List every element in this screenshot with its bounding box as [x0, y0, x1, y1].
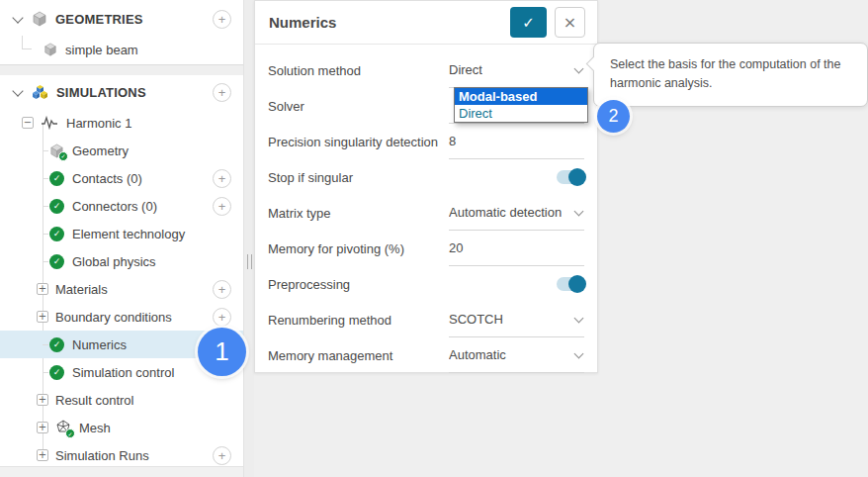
- simulation-control-label: Simulation control: [72, 365, 174, 380]
- add-simulation-run-button[interactable]: +: [213, 446, 231, 465]
- chevron-down-icon: [12, 12, 23, 23]
- toggle-knob: [568, 275, 586, 293]
- tooltip-text: Select the basis for the computation of …: [610, 57, 840, 90]
- precision-singularity-input[interactable]: [449, 134, 584, 148]
- sidebar-resize-gutter[interactable]: [244, 0, 254, 477]
- expand-expander[interactable]: +: [37, 422, 48, 433]
- contacts-label: Contacts (0): [72, 171, 142, 186]
- success-check-icon: ✓: [58, 151, 68, 161]
- success-check-icon: ✓: [49, 254, 64, 269]
- panel-title: Numerics: [269, 14, 510, 31]
- dropdown-option-direct[interactable]: Direct: [455, 105, 587, 122]
- connectors-label: Connectors (0): [72, 199, 157, 214]
- success-check-icon: ✓: [49, 365, 64, 380]
- tree-item-materials[interactable]: + Materials +: [0, 275, 243, 303]
- scene-tree-sidebar: GEOMETRIES + simple beam SIMULATIONS +: [0, 0, 244, 477]
- renumbering-method-value: SCOTCH: [449, 312, 503, 327]
- memory-management-label: Memory management: [268, 348, 449, 363]
- boundary-conditions-label: Boundary conditions: [55, 310, 172, 325]
- matrix-type-select[interactable]: Automatic detection: [449, 195, 584, 231]
- precision-singularity-label: Precision singularity detection: [268, 135, 449, 149]
- geometries-section: GEOMETRIES + simple beam: [0, 0, 243, 65]
- mesh-icon: ✓: [55, 420, 71, 435]
- solution-method-dropdown-list: Modal-based Direct: [454, 87, 588, 123]
- stop-if-singular-toggle[interactable]: [557, 170, 584, 184]
- result-control-label: Result control: [55, 393, 133, 408]
- add-geometry-button[interactable]: +: [213, 10, 231, 29]
- stop-if-singular-label: Stop if singular: [268, 170, 449, 185]
- preprocessing-toggle[interactable]: [557, 277, 584, 291]
- matrix-type-label: Matrix type: [268, 206, 449, 221]
- close-button[interactable]: ×: [555, 7, 585, 38]
- dropdown-option-modal-based[interactable]: Modal-based: [455, 88, 587, 105]
- resize-grip-icon[interactable]: [247, 254, 252, 269]
- apply-button[interactable]: ✓: [510, 7, 547, 38]
- success-check-icon: ✓: [49, 337, 64, 352]
- memory-management-value: Automatic: [449, 347, 506, 362]
- simulations-cubes-icon: [32, 84, 48, 100]
- success-check-icon: ✓: [49, 199, 64, 214]
- materials-label: Materials: [55, 282, 108, 297]
- geometry-label: Geometry: [72, 143, 129, 158]
- tree-item-element-technology[interactable]: ✓ Element technology: [0, 220, 243, 247]
- form-row-precision-singularity: Precision singularity detection: [255, 124, 597, 159]
- preprocessing-label: Preprocessing: [268, 277, 449, 292]
- chevron-down-icon: [574, 348, 584, 358]
- renumbering-method-label: Renumbering method: [268, 313, 449, 328]
- harmonic-waveform-icon: [41, 116, 58, 130]
- tree-connector: [22, 36, 32, 49]
- solution-method-value: Direct: [449, 62, 482, 77]
- stop-if-singular-control: [449, 159, 584, 195]
- form-row-memory-management: Memory management Automatic: [255, 337, 597, 373]
- simple-beam-label: simple beam: [65, 43, 138, 57]
- solution-method-label: Solution method: [268, 63, 449, 78]
- simulations-label: SIMULATIONS: [56, 85, 146, 100]
- tree-section-geometries[interactable]: GEOMETRIES +: [0, 2, 243, 36]
- tree-item-simulation-runs[interactable]: + Simulation Runs +: [0, 441, 243, 469]
- tree-item-geometry[interactable]: ✓ Geometry: [0, 137, 243, 164]
- expand-expander[interactable]: +: [37, 394, 48, 406]
- section-divider: [0, 65, 243, 75]
- add-connector-button[interactable]: +: [213, 197, 231, 216]
- add-material-button[interactable]: +: [213, 280, 231, 299]
- add-contact-button[interactable]: +: [213, 169, 231, 188]
- expand-expander[interactable]: +: [37, 311, 48, 323]
- memory-for-pivoting-label: Memory for pivoting (%): [268, 241, 449, 256]
- tree-item-connectors[interactable]: ✓ Connectors (0) +: [0, 192, 243, 220]
- expand-expander[interactable]: +: [37, 449, 48, 461]
- memory-for-pivoting-input[interactable]: [449, 240, 584, 255]
- harmonic-1-label: Harmonic 1: [66, 116, 131, 131]
- memory-management-select[interactable]: Automatic: [449, 337, 584, 373]
- renumbering-method-select[interactable]: SCOTCH: [449, 302, 584, 337]
- form-row-preprocessing: Preprocessing: [255, 266, 597, 302]
- tree-item-boundary-conditions[interactable]: + Boundary conditions +: [0, 303, 243, 331]
- chevron-down-icon: [574, 313, 584, 323]
- chevron-down-icon: [574, 206, 584, 216]
- tree-item-global-physics[interactable]: ✓ Global physics: [0, 247, 243, 275]
- tree-item-mesh[interactable]: + ✓ Mesh: [0, 414, 243, 441]
- solution-method-select[interactable]: Direct: [449, 52, 584, 88]
- geometry-cube-icon: ✓: [49, 143, 64, 158]
- tree-item-result-control[interactable]: + Result control: [0, 386, 243, 414]
- panel-header: Numerics ✓ ×: [255, 1, 597, 45]
- memory-for-pivoting-field: [449, 231, 584, 266]
- tree-section-simulations[interactable]: SIMULATIONS +: [0, 75, 243, 109]
- solver-label: Solver: [268, 99, 449, 114]
- tree-item-simple-beam[interactable]: simple beam: [0, 36, 243, 63]
- geometries-cube-icon: [32, 11, 47, 27]
- callout-step-2: 2: [597, 100, 630, 133]
- simulation-runs-label: Simulation Runs: [55, 448, 149, 463]
- mesh-label: Mesh: [79, 421, 111, 435]
- sidebar-scrollbar-track[interactable]: [0, 466, 243, 477]
- tree-item-contacts[interactable]: ✓ Contacts (0) +: [0, 164, 243, 192]
- tree-item-harmonic-1[interactable]: − Harmonic 1: [0, 109, 243, 137]
- collapse-expander[interactable]: −: [22, 117, 34, 129]
- form-row-memory-for-pivoting: Memory for pivoting (%): [255, 231, 597, 266]
- add-boundary-condition-button[interactable]: +: [213, 308, 231, 327]
- element-technology-label: Element technology: [72, 227, 185, 241]
- success-check-icon: ✓: [49, 171, 64, 186]
- cube-icon: [43, 43, 57, 56]
- success-check-icon: ✓: [49, 227, 64, 241]
- expand-expander[interactable]: +: [37, 283, 48, 295]
- add-simulation-button[interactable]: +: [213, 83, 231, 102]
